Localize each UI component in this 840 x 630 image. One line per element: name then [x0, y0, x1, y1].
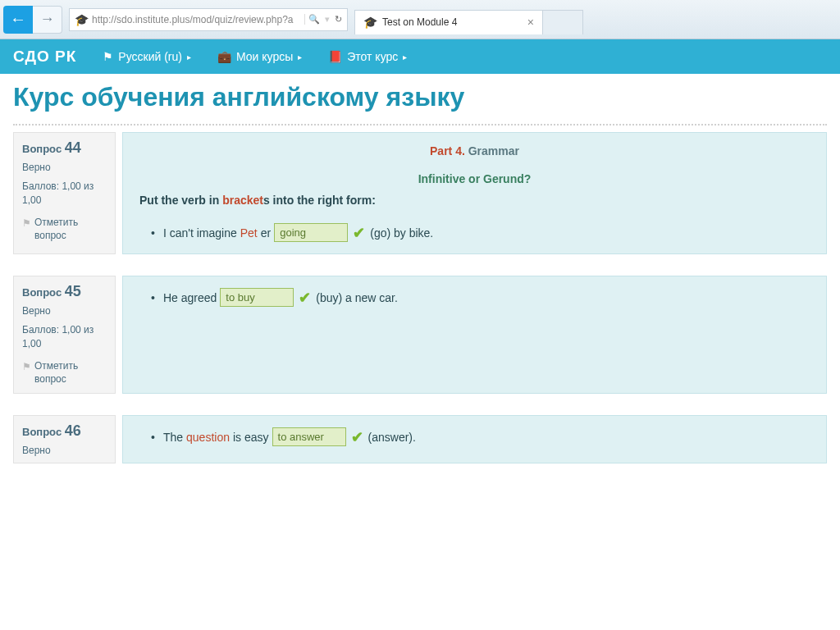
- question-sentence: • I can't imagine Peter going ✔ (go) by …: [139, 223, 810, 242]
- subheading: Infinitive or Gerund?: [139, 172, 810, 185]
- flag-question[interactable]: ⚑ Отметить вопрос: [22, 359, 107, 387]
- question-label: Вопрос 44: [22, 139, 107, 157]
- book-icon: 📕: [328, 50, 342, 63]
- question-label: Вопрос 46: [22, 422, 107, 440]
- flag-label: Отметить вопрос: [34, 359, 107, 387]
- flag-icon: ⚑: [22, 360, 31, 374]
- site-icon: 🎓: [75, 13, 89, 26]
- correct-icon: ✔: [353, 224, 365, 242]
- question-body: • The question is easy to answer ✔ (answ…: [122, 415, 827, 463]
- answer-input[interactable]: to answer: [272, 427, 346, 446]
- brand-logo[interactable]: СДО РК: [13, 48, 76, 66]
- tab-title: Test on Module 4: [382, 16, 523, 28]
- close-icon[interactable]: ×: [527, 16, 534, 29]
- flag-icon: ⚑: [103, 50, 113, 63]
- flag-label: Отметить вопрос: [34, 216, 107, 244]
- question-state: Верно: [22, 305, 107, 317]
- question-info: Вопрос 44 Верно Баллов: 1,00 из 1,00 ⚑ О…: [13, 132, 116, 254]
- language-menu[interactable]: ⚑ Русский (ru) ▸: [103, 50, 191, 63]
- briefcase-icon: 💼: [217, 50, 231, 63]
- search-icon[interactable]: 🔍: [308, 14, 320, 25]
- answer-input[interactable]: going: [274, 223, 348, 242]
- question-body: • He agreed to buy ✔ (buy) a new car.: [122, 276, 827, 394]
- question-body: Part 4. Grammar Infinitive or Gerund? Pu…: [122, 132, 827, 254]
- chevron-right-icon: ▸: [298, 52, 302, 62]
- flag-icon: ⚑: [22, 217, 31, 231]
- site-navbar: СДО РК ⚑ Русский (ru) ▸ 💼 Мои курсы ▸ 📕 …: [0, 39, 840, 74]
- correct-icon: ✔: [351, 428, 363, 446]
- question-sentence: • He agreed to buy ✔ (buy) a new car.: [139, 288, 810, 307]
- question-label: Вопрос 45: [22, 283, 107, 300]
- browser-chrome: ← → 🎓 http://sdo.institute.plus/mod/quiz…: [0, 0, 840, 39]
- page-title: Курс обучения английскому языку: [13, 82, 827, 112]
- question-block-45: Вопрос 45 Верно Баллов: 1,00 из 1,00 ⚑ О…: [13, 276, 827, 394]
- question-sentence: • The question is easy to answer ✔ (answ…: [139, 427, 810, 446]
- refresh-icon[interactable]: ↻: [335, 14, 342, 25]
- chevron-right-icon: ▸: [403, 52, 407, 62]
- url-text: http://sdo.institute.plus/mod/quiz/revie…: [92, 14, 301, 25]
- forward-button[interactable]: →: [33, 6, 62, 34]
- language-label: Русский (ru): [118, 50, 182, 63]
- chevron-right-icon: ▸: [187, 52, 191, 62]
- divider: [13, 124, 827, 126]
- question-block-44: Вопрос 44 Верно Баллов: 1,00 из 1,00 ⚑ О…: [13, 132, 827, 254]
- question-grade: Баллов: 1,00 из 1,00: [22, 180, 107, 208]
- question-info: Вопрос 46 Верно: [13, 415, 116, 463]
- back-button[interactable]: ←: [3, 6, 33, 34]
- address-bar[interactable]: 🎓 http://sdo.institute.plus/mod/quiz/rev…: [69, 8, 348, 31]
- new-tab-button[interactable]: [542, 10, 583, 34]
- this-course-label: Этот курс: [347, 50, 398, 63]
- question-info: Вопрос 45 Верно Баллов: 1,00 из 1,00 ⚑ О…: [13, 276, 116, 394]
- answer-input[interactable]: to buy: [220, 288, 294, 307]
- my-courses-label: Мои курсы: [236, 50, 293, 63]
- question-state: Верно: [22, 445, 107, 456]
- question-state: Верно: [22, 162, 107, 173]
- question-block-46: Вопрос 46 Верно • The question is easy t…: [13, 415, 827, 463]
- part-heading: Part 4. Grammar: [139, 144, 810, 158]
- bullet-icon: •: [151, 226, 155, 240]
- flag-question[interactable]: ⚑ Отметить вопрос: [22, 216, 107, 244]
- quiz-content: Вопрос 44 Верно Баллов: 1,00 из 1,00 ⚑ О…: [0, 132, 840, 463]
- tab-favicon: 🎓: [363, 16, 377, 29]
- bullet-icon: •: [151, 291, 155, 304]
- instruction: Put the verb in brackets into the right …: [139, 194, 810, 207]
- correct-icon: ✔: [299, 289, 311, 307]
- browser-tab-active[interactable]: 🎓 Test on Module 4 ×: [354, 10, 543, 34]
- url-controls: 🔍 ▾ ↻: [304, 14, 342, 25]
- page-header: Курс обучения английскому языку: [0, 74, 840, 117]
- question-grade: Баллов: 1,00 из 1,00: [22, 323, 107, 351]
- my-courses-menu[interactable]: 💼 Мои курсы ▸: [217, 50, 302, 63]
- bullet-icon: •: [151, 431, 155, 444]
- this-course-menu[interactable]: 📕 Этот курс ▸: [328, 50, 407, 63]
